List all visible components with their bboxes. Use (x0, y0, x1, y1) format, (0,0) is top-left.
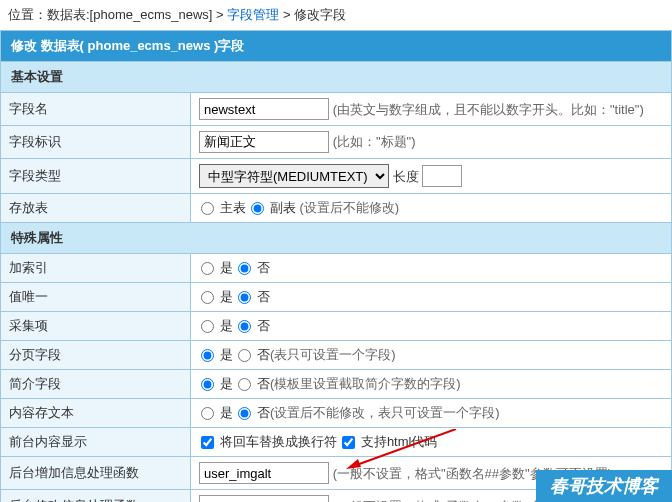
collect-no[interactable] (238, 320, 251, 333)
fieldname-hint: (由英文与数字组成，且不能以数字开头。比如："title") (333, 102, 644, 117)
label-savetext: 内容存文本 (1, 399, 191, 428)
brief-hint: (模板里设置截取简介字数的字段) (270, 376, 461, 391)
savetext-no[interactable] (238, 407, 251, 420)
frontshow-html-check[interactable] (342, 436, 355, 449)
savetext-hint: (设置后不能修改，表只可设置一个字段) (270, 405, 500, 420)
unique-no[interactable] (238, 291, 251, 304)
paging-no[interactable] (238, 349, 251, 362)
brief-yes[interactable] (201, 378, 214, 391)
breadcrumb-link[interactable]: 字段管理 (227, 7, 279, 22)
label-collect: 采集项 (1, 312, 191, 341)
backedit-input[interactable] (199, 495, 329, 502)
fieldmark-input[interactable] (199, 131, 329, 153)
storetable-sub-radio[interactable] (251, 202, 264, 215)
fieldtype-select[interactable]: 中型字符型(MEDIUMTEXT) (199, 164, 389, 188)
savetext-yes[interactable] (201, 407, 214, 420)
fieldmark-hint: (比如："标题") (333, 134, 416, 149)
label-paging: 分页字段 (1, 341, 191, 370)
page-title: 修改 数据表( phome_ecms_news )字段 (0, 30, 672, 62)
addindex-no[interactable] (238, 262, 251, 275)
label-fieldmark: 字段标识 (1, 126, 191, 159)
label-backadd: 后台增加信息处理函数 (1, 457, 191, 490)
label-brief: 简介字段 (1, 370, 191, 399)
fieldname-input[interactable] (199, 98, 329, 120)
watermark: 春哥技术博客 (536, 470, 672, 502)
length-input[interactable] (422, 165, 462, 187)
paging-hint: (表只可设置一个字段) (270, 347, 396, 362)
frontshow-br-check[interactable] (201, 436, 214, 449)
length-label: 长度 (393, 169, 419, 184)
addindex-yes[interactable] (201, 262, 214, 275)
collect-yes[interactable] (201, 320, 214, 333)
storetable-hint: (设置后不能修改) (300, 200, 400, 215)
backadd-input[interactable] (199, 462, 329, 484)
form-table: 字段名 (由英文与数字组成，且不能以数字开头。比如："title") 字段标识 … (0, 93, 672, 502)
storetable-main-radio[interactable] (201, 202, 214, 215)
label-unique: 值唯一 (1, 283, 191, 312)
paging-yes[interactable] (201, 349, 214, 362)
brief-no[interactable] (238, 378, 251, 391)
label-fieldtype: 字段类型 (1, 159, 191, 194)
label-frontshow: 前台内容显示 (1, 428, 191, 457)
section-special: 特殊属性 (1, 223, 672, 254)
unique-yes[interactable] (201, 291, 214, 304)
label-storetable: 存放表 (1, 194, 191, 223)
label-backedit: 后台修改信息处理函数 (1, 490, 191, 503)
label-fieldname: 字段名 (1, 93, 191, 126)
label-addindex: 加索引 (1, 254, 191, 283)
section-basic: 基本设置 (0, 62, 672, 93)
breadcrumb: 位置：数据表:[phome_ecms_news] > 字段管理 > 修改字段 (0, 0, 672, 30)
